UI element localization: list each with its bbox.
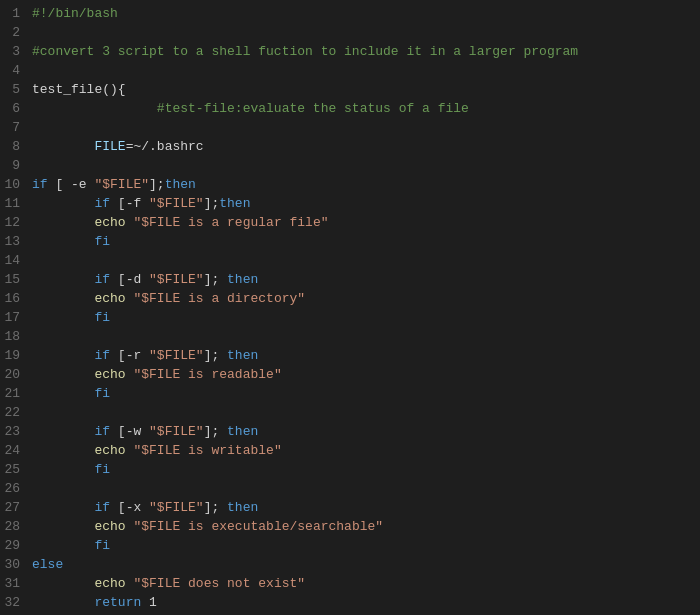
line-content: if [-d "$FILE"]; then — [32, 270, 700, 289]
line-content: fi — [32, 384, 700, 403]
code-line: 14 — [0, 251, 700, 270]
line-number: 6 — [0, 99, 32, 118]
line-number: 16 — [0, 289, 32, 308]
code-line: 23 if [-w "$FILE"]; then — [0, 422, 700, 441]
code-line: 25 fi — [0, 460, 700, 479]
line-number: 10 — [0, 175, 32, 194]
line-number: 26 — [0, 479, 32, 498]
code-line: 18 — [0, 327, 700, 346]
code-line: 29 fi — [0, 536, 700, 555]
line-content: echo "$FILE is executable/searchable" — [32, 517, 700, 536]
line-content: if [-w "$FILE"]; then — [32, 422, 700, 441]
line-content: echo "$FILE is a regular file" — [32, 213, 700, 232]
line-number: 22 — [0, 403, 32, 422]
line-number: 21 — [0, 384, 32, 403]
code-editor: 1#!/bin/bash23#convert 3 script to a she… — [0, 0, 700, 615]
line-number: 11 — [0, 194, 32, 213]
code-line: 2 — [0, 23, 700, 42]
line-content: echo "$FILE is readable" — [32, 365, 700, 384]
line-number: 32 — [0, 593, 32, 612]
line-number: 30 — [0, 555, 32, 574]
line-content: fi — [32, 308, 700, 327]
line-number: 27 — [0, 498, 32, 517]
code-line: 32 return 1 — [0, 593, 700, 612]
code-line: 17 fi — [0, 308, 700, 327]
code-line: 30else — [0, 555, 700, 574]
line-content: return 1 — [32, 593, 700, 612]
code-line: 13 fi — [0, 232, 700, 251]
line-content: #test-file:evaluate the status of a file — [32, 99, 700, 118]
code-line: 10if [ -e "$FILE"];then — [0, 175, 700, 194]
line-content: if [-x "$FILE"]; then — [32, 498, 700, 517]
line-number: 8 — [0, 137, 32, 156]
code-line: 3#convert 3 script to a shell fuction to… — [0, 42, 700, 61]
line-number: 17 — [0, 308, 32, 327]
code-line: 12 echo "$FILE is a regular file" — [0, 213, 700, 232]
line-number: 14 — [0, 251, 32, 270]
code-line: 22 — [0, 403, 700, 422]
code-line: 6 #test-file:evaluate the status of a fi… — [0, 99, 700, 118]
line-content: #!/bin/bash — [32, 4, 700, 23]
line-number: 13 — [0, 232, 32, 251]
code-line: 15 if [-d "$FILE"]; then — [0, 270, 700, 289]
line-number: 25 — [0, 460, 32, 479]
code-line: 4 — [0, 61, 700, 80]
code-line: 24 echo "$FILE is writable" — [0, 441, 700, 460]
code-line: 31 echo "$FILE does not exist" — [0, 574, 700, 593]
line-content: echo "$FILE does not exist" — [32, 574, 700, 593]
code-line: 21 fi — [0, 384, 700, 403]
code-line: 19 if [-r "$FILE"]; then — [0, 346, 700, 365]
line-number: 28 — [0, 517, 32, 536]
line-content: fi — [32, 232, 700, 251]
line-number: 1 — [0, 4, 32, 23]
line-number: 24 — [0, 441, 32, 460]
code-line: 28 echo "$FILE is executable/searchable" — [0, 517, 700, 536]
code-line: 5test_file(){ — [0, 80, 700, 99]
code-line: 27 if [-x "$FILE"]; then — [0, 498, 700, 517]
code-line: 11 if [-f "$FILE"];then — [0, 194, 700, 213]
line-number: 23 — [0, 422, 32, 441]
line-number: 2 — [0, 23, 32, 42]
line-number: 7 — [0, 118, 32, 137]
line-content: test_file(){ — [32, 80, 700, 99]
code-line: 7 — [0, 118, 700, 137]
line-content: fi — [32, 460, 700, 479]
code-line: 26 — [0, 479, 700, 498]
code-line: 16 echo "$FILE is a directory" — [0, 289, 700, 308]
line-number: 12 — [0, 213, 32, 232]
code-line: 9 — [0, 156, 700, 175]
line-number: 4 — [0, 61, 32, 80]
code-line: 20 echo "$FILE is readable" — [0, 365, 700, 384]
line-content: else — [32, 555, 700, 574]
line-number: 19 — [0, 346, 32, 365]
line-content: if [-f "$FILE"];then — [32, 194, 700, 213]
line-number: 31 — [0, 574, 32, 593]
code-line: 8 FILE=~/.bashrc — [0, 137, 700, 156]
line-content: fi — [32, 536, 700, 555]
line-content: echo "$FILE is a directory" — [32, 289, 700, 308]
code-line: 1#!/bin/bash — [0, 4, 700, 23]
line-content: echo "$FILE is writable" — [32, 441, 700, 460]
line-content: if [-r "$FILE"]; then — [32, 346, 700, 365]
line-number: 20 — [0, 365, 32, 384]
line-number: 9 — [0, 156, 32, 175]
line-number: 29 — [0, 536, 32, 555]
line-content: FILE=~/.bashrc — [32, 137, 700, 156]
line-number: 15 — [0, 270, 32, 289]
line-number: 5 — [0, 80, 32, 99]
line-content: #convert 3 script to a shell fuction to … — [32, 42, 700, 61]
line-number: 3 — [0, 42, 32, 61]
line-number: 18 — [0, 327, 32, 346]
line-content: if [ -e "$FILE"];then — [32, 175, 700, 194]
